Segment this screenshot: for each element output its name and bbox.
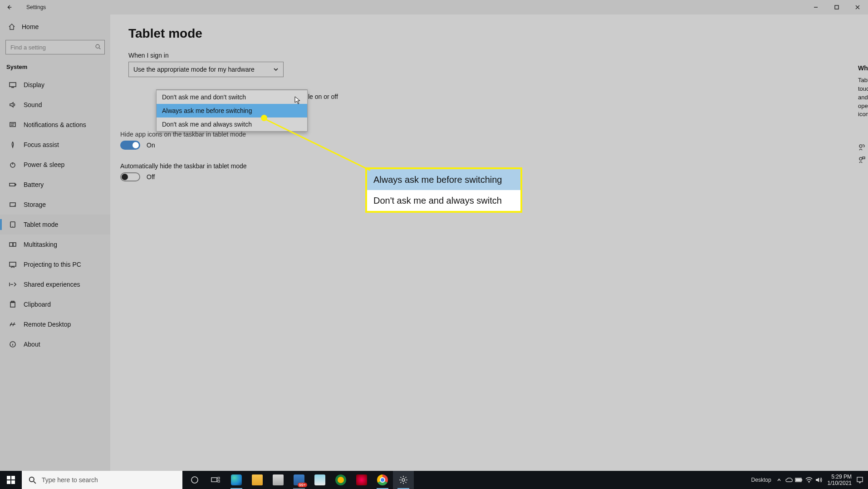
- taskbar-weather[interactable]: [309, 471, 330, 489]
- sidebar-item-power-sleep[interactable]: Power & sleep: [0, 155, 110, 175]
- svg-rect-12: [13, 243, 16, 246]
- remote-desktop-icon: [9, 321, 16, 328]
- help-icon: [858, 143, 865, 151]
- get-help-link[interactable]: Get help: [858, 143, 868, 151]
- svg-point-17: [859, 145, 862, 147]
- svg-point-8: [14, 205, 15, 206]
- auto-hide-label: Automatically hide the taskbar in tablet…: [120, 162, 247, 170]
- hide-icons-label: Hide app icons on the taskbar in tablet …: [120, 131, 246, 138]
- sidebar-item-tablet-mode[interactable]: Tablet mode: [0, 215, 110, 235]
- taskbar-search[interactable]: Type here to search: [22, 471, 182, 489]
- svg-rect-22: [7, 480, 10, 484]
- sidebar-item-sound[interactable]: Sound: [0, 95, 110, 115]
- sidebar-item-shared-experiences[interactable]: Shared experiences: [0, 274, 110, 294]
- tray-volume[interactable]: [814, 471, 824, 489]
- sidebar-item-label: Notifications & actions: [24, 121, 86, 128]
- sidebar-item-about[interactable]: About: [0, 334, 110, 354]
- dropdown-option[interactable]: Don't ask me and don't switch: [157, 90, 307, 104]
- page-title: Tablet mode: [128, 26, 850, 41]
- sidebar-item-focus-assist[interactable]: Focus assist: [0, 135, 110, 155]
- tray-wifi[interactable]: [804, 471, 814, 489]
- search-input[interactable]: [5, 40, 105, 54]
- file-explorer-icon: [252, 474, 263, 485]
- taskbar-chrome[interactable]: [372, 471, 393, 489]
- svg-rect-7: [10, 203, 15, 206]
- sidebar-item-projecting[interactable]: Projecting to this PC: [0, 254, 110, 274]
- cortana-icon: [190, 475, 199, 484]
- switch-mode-dropdown[interactable]: Don't ask me and don't switch Always ask…: [156, 89, 308, 132]
- sidebar-item-notifications[interactable]: Notifications & actions: [0, 115, 110, 135]
- tray-show-hidden[interactable]: [774, 471, 784, 489]
- tray-onedrive[interactable]: [784, 471, 794, 489]
- sidebar-item-remote-desktop[interactable]: Remote Desktop: [0, 314, 110, 334]
- sidebar-item-storage[interactable]: Storage: [0, 195, 110, 215]
- svg-rect-21: [11, 476, 15, 479]
- minimize-button[interactable]: [805, 0, 826, 15]
- taskbar-feedback-hub[interactable]: [330, 471, 351, 489]
- taskbar-settings[interactable]: [393, 471, 414, 489]
- tray-desktop-label[interactable]: Desktop: [749, 477, 774, 483]
- edge-icon: [231, 474, 242, 485]
- taskbar-time: 5:29 PM: [831, 474, 852, 480]
- sidebar-item-display[interactable]: Display: [0, 75, 110, 95]
- svg-rect-3: [10, 122, 15, 127]
- dropdown-option-selected[interactable]: Always ask me before switching: [157, 104, 307, 117]
- sidebar-item-label: Battery: [24, 181, 44, 188]
- svg-rect-20: [7, 476, 10, 479]
- sidebar-item-label: Shared experiences: [24, 281, 80, 288]
- feedback-hub-icon: [335, 474, 346, 485]
- svg-rect-13: [10, 262, 16, 266]
- feedback-icon: [858, 156, 865, 163]
- svg-point-18: [859, 157, 862, 160]
- arrow-left-icon: [6, 4, 12, 10]
- chrome-icon: [377, 474, 388, 485]
- battery-icon: [795, 477, 803, 483]
- close-button[interactable]: [847, 0, 868, 15]
- svg-point-33: [809, 482, 809, 483]
- auto-hide-toggle[interactable]: [120, 172, 140, 181]
- taskbar-snip-sketch[interactable]: 99+: [289, 471, 309, 489]
- svg-rect-2: [10, 83, 16, 87]
- taskbar: Type here to search 99+ Desktop 5:29 PM …: [0, 471, 868, 489]
- sound-icon: [9, 101, 16, 108]
- sidebar-home[interactable]: Home: [0, 18, 110, 35]
- start-button[interactable]: [0, 471, 22, 489]
- clipboard-icon: [9, 301, 16, 308]
- svg-rect-32: [796, 479, 801, 481]
- sidebar-item-multitasking[interactable]: Multitasking: [0, 235, 110, 254]
- tray-notifications[interactable]: [855, 471, 864, 489]
- give-feedback-link[interactable]: Give feedback: [858, 156, 868, 163]
- taskbar-file-explorer[interactable]: [247, 471, 268, 489]
- sidebar-item-battery[interactable]: Battery: [0, 175, 110, 195]
- taskbar-tips[interactable]: [351, 471, 372, 489]
- taskbar-clock[interactable]: 5:29 PM 1/10/2021: [824, 474, 855, 487]
- back-button[interactable]: [3, 1, 15, 14]
- window-title: Settings: [26, 4, 46, 10]
- cursor-icon: [294, 96, 302, 106]
- sidebar: Home System Display Sound Notifications …: [0, 15, 110, 471]
- sidebar-search[interactable]: [5, 40, 105, 54]
- svg-rect-19: [863, 157, 865, 159]
- volume-icon: [815, 477, 823, 483]
- svg-point-24: [29, 477, 34, 482]
- hide-icons-toggle[interactable]: [120, 141, 140, 150]
- tray-battery[interactable]: [794, 471, 804, 489]
- info-heading: What is tablet mode?: [858, 64, 868, 72]
- taskbar-microsoft-store[interactable]: [268, 471, 289, 489]
- taskbar-date: 1/10/2021: [828, 480, 852, 486]
- auto-hide-toggle-state: Off: [147, 173, 155, 181]
- taskbar-task-view[interactable]: [205, 471, 226, 489]
- sidebar-item-label: Display: [24, 81, 44, 88]
- store-icon: [273, 474, 284, 485]
- signin-combo[interactable]: Use the appropriate mode for my hardware: [128, 62, 284, 77]
- signin-combo-value: Use the appropriate mode for my hardware: [133, 66, 255, 73]
- taskbar-edge[interactable]: [226, 471, 247, 489]
- sidebar-item-clipboard[interactable]: Clipboard: [0, 294, 110, 314]
- annotation-callout: Always ask me before switching Don't ask…: [365, 167, 522, 213]
- sidebar-home-label: Home: [22, 23, 39, 30]
- svg-rect-27: [218, 477, 220, 479]
- maximize-button[interactable]: [826, 0, 847, 15]
- hide-icons-toggle-state: On: [147, 142, 155, 149]
- taskbar-cortana[interactable]: [184, 471, 205, 489]
- switch-mode-label-fragment: le on or off: [308, 93, 338, 100]
